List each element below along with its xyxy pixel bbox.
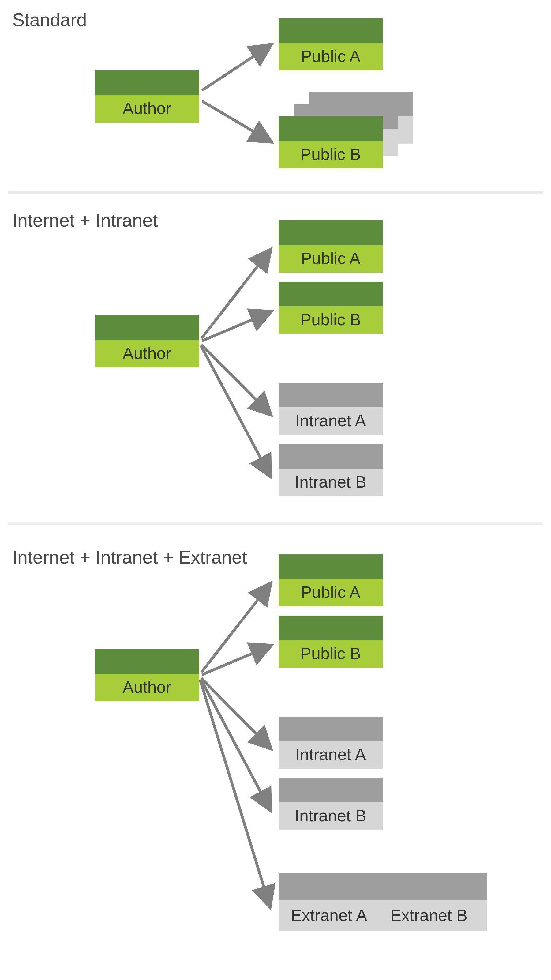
section-internet-intranet: Internet + Intranet Author Public A Publ… (12, 210, 383, 496)
svg-rect-17 (279, 383, 383, 407)
section-internet-intranet-extranet: Internet + Intranet + Extranet Author Pu… (12, 547, 487, 931)
public-a-box: Public A (279, 18, 383, 70)
svg-rect-9 (279, 116, 383, 141)
public-a-label-ii: Public A (301, 249, 360, 267)
svg-rect-25 (279, 616, 383, 640)
svg-rect-27 (279, 717, 383, 741)
public-b-label-iie: Public B (300, 644, 361, 662)
author-box-iie: Author (95, 649, 199, 701)
author-label: Author (122, 99, 171, 117)
intranet-a-label-ii: Intranet A (295, 411, 366, 430)
public-b-box-iie: Public B (279, 616, 383, 668)
svg-rect-11 (95, 315, 199, 340)
divider (8, 191, 543, 194)
intranet-b-box-ii: Intranet B (279, 444, 383, 496)
arrow (202, 345, 269, 414)
heading-internet-intranet: Internet + Intranet (12, 210, 158, 231)
intranet-a-box-ii: Intranet A (279, 383, 383, 435)
svg-rect-31 (279, 873, 487, 900)
diagram-page: Standard Author Public A Public (0, 0, 551, 980)
svg-rect-23 (279, 554, 383, 579)
arrow (202, 101, 269, 141)
author-label-iie: Author (122, 678, 171, 696)
public-a-box-ii: Public A (279, 221, 383, 272)
svg-rect-3 (279, 18, 383, 43)
divider (8, 522, 543, 525)
heading-internet-intranet-extranet: Internet + Intranet + Extranet (12, 547, 247, 568)
author-box-ii: Author (95, 315, 199, 368)
arrow (202, 46, 269, 90)
public-a-box-iie: Public A (279, 554, 383, 606)
intranet-b-label-iie: Intranet B (295, 807, 367, 825)
public-a-label: Public A (301, 47, 360, 65)
intranet-b-label-ii: Intranet B (295, 473, 367, 491)
section-standard: Standard Author Public A Public (12, 10, 413, 169)
svg-rect-13 (279, 221, 383, 245)
svg-rect-1 (95, 70, 199, 95)
author-box-standard: Author (95, 70, 199, 123)
svg-rect-19 (279, 444, 383, 469)
extranet-b-label: Extranet B (390, 906, 467, 924)
public-b-stack: Public B (279, 92, 413, 169)
svg-rect-21 (95, 649, 199, 674)
intranet-b-box-iie: Intranet B (279, 778, 383, 830)
svg-rect-29 (279, 778, 383, 802)
arrow (201, 345, 269, 475)
extranet-a-label: Extranet A (291, 906, 367, 924)
intranet-a-label-iie: Intranet A (295, 745, 366, 764)
author-label-ii: Author (122, 344, 171, 362)
heading-standard: Standard (12, 10, 87, 30)
svg-rect-15 (279, 282, 383, 306)
public-b-label-ii: Public B (300, 310, 361, 329)
public-b-label: Public B (300, 145, 361, 163)
public-a-label-iie: Public A (301, 583, 360, 601)
public-b-box-ii: Public B (279, 282, 383, 334)
intranet-a-box-iie: Intranet A (279, 717, 383, 769)
extranet-box-iie: Extranet A Extranet B (279, 873, 487, 931)
